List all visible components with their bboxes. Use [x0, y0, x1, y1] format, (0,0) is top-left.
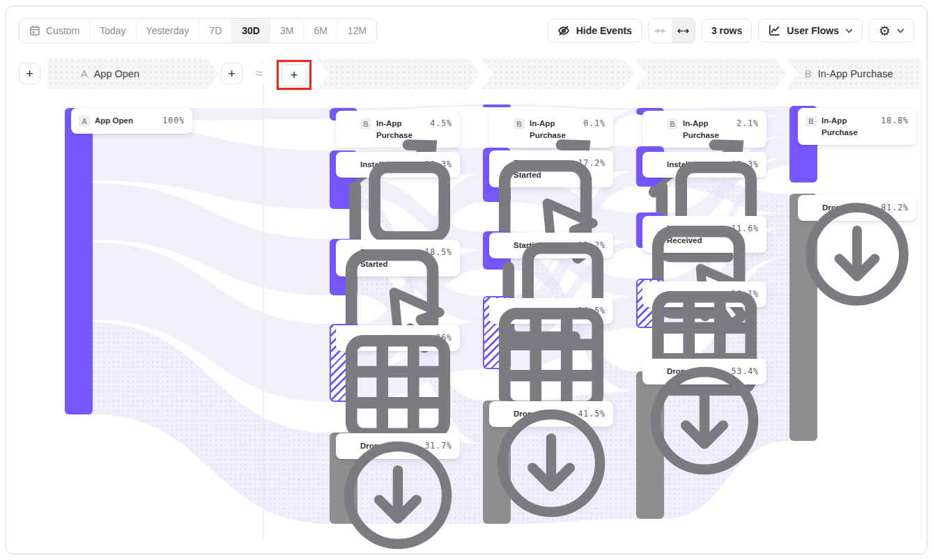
- flow-node-other-events[interactable]: Other events26%: [336, 325, 460, 351]
- flow-node-drop-off[interactable]: Drop-off81.2%: [798, 195, 916, 221]
- step-slot-2: [317, 59, 480, 89]
- eye-off-icon: [557, 24, 570, 37]
- grid-icon: [650, 288, 662, 300]
- grid-icon: [497, 305, 509, 317]
- date-range-label: Today: [100, 25, 125, 36]
- step-badge: B: [805, 68, 812, 79]
- expand-columns-button[interactable]: [672, 19, 695, 42]
- flow-node-install-or-open[interactable]: Install or Open12.3%: [642, 152, 766, 178]
- flow-node-drop-off[interactable]: Drop-off31.7%: [336, 433, 460, 459]
- date-range-group: CustomTodayYesterday7D30D3M6M12M: [19, 18, 377, 43]
- rows-button[interactable]: 3 rows: [702, 19, 752, 42]
- step-badge: A: [81, 68, 88, 79]
- node-label: App Open: [95, 115, 157, 127]
- trend-icon: [344, 118, 355, 130]
- date-range-today[interactable]: Today: [89, 19, 135, 42]
- view-selector-label: User Flows: [787, 25, 839, 36]
- hide-events-button[interactable]: Hide Events: [548, 19, 642, 42]
- column-divider: [921, 61, 922, 539]
- step-slot-4: [635, 59, 787, 89]
- chevron-down-icon: [897, 27, 904, 35]
- toolbar: CustomTodayYesterday7D30D3M6M12M Hide Ev…: [19, 19, 914, 42]
- step-slot-end[interactable]: B In-App Purchase: [787, 59, 920, 89]
- flow-node-other-events[interactable]: Other events16.1%: [642, 281, 766, 307]
- step-label: App Open: [94, 68, 139, 79]
- flow-node-app-open[interactable]: AApp Open100%: [71, 108, 192, 134]
- flow-node-install-or-open[interactable]: Install or Open19.3%: [336, 152, 460, 178]
- action-highlight-box: +: [277, 60, 311, 90]
- event-badge: B: [805, 116, 817, 127]
- date-range-label: 6M: [314, 25, 327, 36]
- flow-node-in-app-purchase[interactable]: BIn-App Purchase18.8%: [798, 108, 916, 145]
- column-divider: [263, 61, 263, 539]
- drop-icon: [650, 366, 662, 378]
- date-range-label: 30D: [242, 25, 260, 36]
- flow-ribbon: [511, 104, 636, 110]
- node-label: In-App Purchase: [822, 115, 876, 138]
- flow-node-drop-off[interactable]: Drop-off41.5%: [489, 401, 613, 427]
- node-value: 100%: [162, 115, 185, 125]
- add-step-before-button[interactable]: +: [19, 63, 40, 84]
- step-slot-start[interactable]: A App Open: [47, 59, 219, 89]
- width-toggle-group: [648, 18, 695, 43]
- date-range-yesterday[interactable]: Yesterday: [136, 19, 199, 42]
- date-range-3m[interactable]: 3M: [270, 19, 303, 42]
- approx-symbol: ≈: [250, 64, 268, 82]
- arrows-in-icon: [654, 25, 666, 37]
- flow-node-in-app-purchase[interactable]: BIn-App Purchase2.1%: [642, 111, 766, 148]
- add-step-middle-button[interactable]: +: [282, 64, 307, 86]
- view-selector-button[interactable]: User Flows: [758, 19, 863, 42]
- calendar-icon: [29, 25, 40, 36]
- date-range-label: Custom: [46, 25, 79, 36]
- flow-node-message-received[interactable]: Message Received11.6%: [642, 216, 766, 253]
- flow-chart-icon: [768, 24, 780, 37]
- date-range-12m[interactable]: 12M: [337, 19, 376, 42]
- settings-button[interactable]: ⚙: [869, 19, 914, 42]
- user-flows-report: AApp Open100%BIn-App Purchase4.5%Install…: [0, 0, 933, 560]
- date-range-6m[interactable]: 6M: [303, 19, 337, 42]
- date-range-30d[interactable]: 30D: [231, 19, 270, 42]
- flow-node-other-events[interactable]: Other events24.5%: [489, 298, 613, 324]
- flow-node-experiment-started[interactable]: Experiment Started17.2%: [489, 150, 613, 187]
- collapse-columns-button[interactable]: [649, 19, 672, 42]
- gear-icon: ⚙: [879, 24, 890, 38]
- flow-bar-in-app-purchase[interactable]: [483, 104, 511, 107]
- copy-icon: [497, 240, 509, 251]
- node-value: 18.8%: [881, 115, 909, 125]
- flow-node-drop-off[interactable]: Drop-off53.4%: [642, 359, 766, 384]
- date-range-label: 12M: [348, 25, 367, 36]
- grid-icon: [344, 332, 355, 344]
- flow-node-experiment-started[interactable]: Experiment Started18.5%: [336, 240, 460, 277]
- drop-icon: [344, 440, 355, 452]
- drop-icon: [497, 408, 509, 420]
- cursor-icon: [497, 157, 509, 169]
- cursor-icon: [344, 247, 355, 258]
- cursor-icon: [650, 223, 662, 235]
- flow-node-in-app-purchase[interactable]: BIn-App Purchase4.5%: [336, 111, 460, 148]
- flow-node-in-app-purchase[interactable]: BIn-App Purchase0.1%: [489, 111, 613, 148]
- step-label: In-App Purchase: [818, 68, 893, 79]
- chevron-down-icon: [845, 27, 853, 35]
- add-step-after-a-button[interactable]: +: [221, 63, 242, 84]
- date-range-label: 3M: [280, 25, 293, 36]
- date-range-7d[interactable]: 7D: [199, 19, 231, 42]
- date-range-label: 7D: [209, 25, 222, 36]
- copy-icon: [650, 159, 662, 171]
- date-range-label: Yesterday: [146, 25, 190, 36]
- rows-label: 3 rows: [711, 25, 742, 36]
- copy-icon: [344, 159, 355, 171]
- drop-icon: [805, 202, 817, 214]
- hide-events-label: Hide Events: [576, 25, 632, 36]
- flow-ribbon: [357, 104, 483, 110]
- flow-bar-app-open[interactable]: [65, 108, 93, 414]
- arrows-out-icon: [677, 25, 689, 37]
- trend-icon: [650, 118, 662, 130]
- event-badge: A: [79, 116, 90, 127]
- trend-icon: [497, 118, 509, 130]
- flow-node-starting-play[interactable]: Starting Play12.2%: [489, 233, 613, 258]
- step-slot-3: [481, 59, 635, 89]
- date-range-custom[interactable]: Custom: [20, 19, 89, 42]
